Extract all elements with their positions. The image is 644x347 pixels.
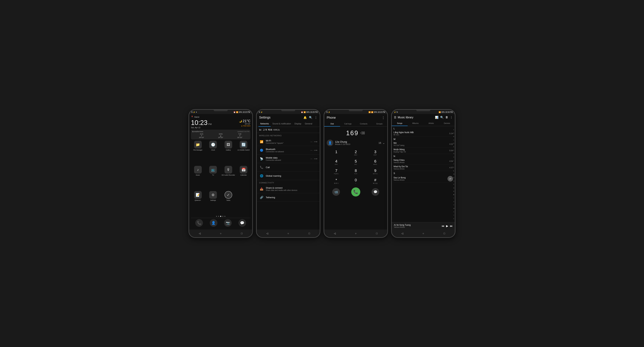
- tab-call-logs[interactable]: Call logs: [340, 121, 356, 126]
- nav-bar-dialer: ◁ ○ □: [324, 230, 387, 237]
- tab-genres[interactable]: Genres: [439, 121, 455, 126]
- backspace-icon[interactable]: ⌫: [360, 131, 366, 135]
- app-music[interactable]: ♪ Music: [191, 166, 205, 190]
- next-button[interactable]: ⏭: [450, 224, 453, 228]
- settings-bluetooth[interactable]: 🔵 Bluetooth Connection not allowed ··· ⟿: [257, 146, 320, 154]
- usb-icon-s: ⚡: [260, 111, 263, 113]
- home-button-home[interactable]: ○: [218, 231, 223, 236]
- signal-icon: 📶: [236, 111, 238, 113]
- key-7[interactable]: 7PQRS: [327, 167, 346, 176]
- battery-music: 33%: [441, 111, 445, 113]
- video-call-button[interactable]: 📹: [332, 188, 340, 196]
- more-icon-phone[interactable]: ⋮: [382, 116, 385, 120]
- tab-contacts[interactable]: Contacts: [356, 121, 372, 126]
- key-8[interactable]: 8TUV: [346, 167, 365, 176]
- equalizer-icon[interactable]: 📊: [435, 116, 438, 119]
- tab-artists[interactable]: Artists: [423, 121, 439, 126]
- more-icon-music[interactable]: ⋮: [450, 116, 453, 119]
- home-button-dialer[interactable]: ○: [353, 231, 358, 236]
- search-icon-settings[interactable]: 🔍: [309, 116, 312, 119]
- key-9[interactable]: 9WXYZ: [366, 167, 385, 176]
- tab-sound[interactable]: Sound & notification: [271, 121, 293, 127]
- app-file-manager[interactable]: 📁 File Manager: [191, 141, 205, 164]
- dock-phone[interactable]: 📞: [193, 219, 206, 227]
- app-gallery[interactable]: 🖼 Gallery: [222, 141, 235, 164]
- tab-dial[interactable]: Dial: [324, 121, 340, 126]
- settings-tethering[interactable]: 🔗 Tethering: [257, 193, 320, 202]
- key-hash[interactable]: #빠앗음: [366, 176, 385, 186]
- recents-button-music[interactable]: □: [442, 231, 447, 236]
- app-calendar[interactable]: 📅 Calendar: [237, 166, 251, 190]
- settings-share-connect[interactable]: 📤 Share & connect Share data and media w…: [257, 185, 320, 193]
- key-4[interactable]: 4GHI: [327, 158, 346, 167]
- back-button-music[interactable]: ◁: [400, 231, 405, 236]
- call-button[interactable]: 📞: [351, 188, 360, 196]
- music-player: Ai Ve Song Tuong Various Artists ⏮ ▶ ⏭: [392, 222, 455, 230]
- home-button-music[interactable]: ○: [421, 231, 426, 236]
- recents-button-dialer[interactable]: □: [374, 231, 379, 236]
- tab-songs[interactable]: Songs: [392, 121, 408, 126]
- song-lang-nghe[interactable]: Lắng Nghe Nước Mắt Mr Siro 5:24: [394, 130, 453, 137]
- delete-icon-music[interactable]: 🗑: [446, 116, 448, 119]
- dock-contacts[interactable]: 👤: [207, 219, 220, 227]
- dock-camera[interactable]: 📷: [222, 219, 234, 227]
- key-3[interactable]: 3DEF: [366, 148, 385, 157]
- contact-type: Mobile 0: [335, 143, 342, 145]
- expand-icon[interactable]: ⌄: [382, 141, 385, 144]
- app-clock[interactable]: 🕐 Clock: [206, 141, 220, 164]
- nfc-icon-p: N: [326, 111, 328, 113]
- home-button-settings[interactable]: ○: [286, 231, 291, 236]
- key-6[interactable]: 6MNO: [366, 158, 385, 167]
- recents-button-home[interactable]: □: [239, 231, 244, 236]
- key-0[interactable]: 0+: [346, 176, 365, 186]
- tab-general[interactable]: General: [303, 121, 314, 127]
- more-icon-settings[interactable]: ⋮: [314, 116, 317, 119]
- song-nhat-ky[interactable]: Nhat Ky Doi Toi Various Artists 4:37: [394, 164, 453, 171]
- phone-settings: N ⚡ ⏰ 📶 34% 10:29 PM Settings 🔔 🔍 ⋮ Netw…: [256, 109, 320, 238]
- nav-bar-home: ◁ ○ □: [189, 230, 252, 237]
- recents-button-settings[interactable]: □: [307, 231, 312, 236]
- settings-mobile-data[interactable]: 📡 Mobile data Connection allowed ··· ⟿: [257, 154, 320, 163]
- app-lg-mobile-switch[interactable]: 🔄 LG Mobile Switch: [237, 141, 251, 164]
- app-hd-audio[interactable]: 🎙 HD Audio Recorder: [222, 166, 235, 190]
- time-settings: 10:29 PM: [310, 111, 318, 113]
- message-button[interactable]: 💬: [372, 188, 379, 196]
- settings-global-roaming[interactable]: 🌐 Global roaming: [257, 172, 320, 180]
- key-2[interactable]: 2ABC: [346, 148, 365, 157]
- settings-call[interactable]: 📞 Call: [257, 163, 320, 172]
- app-settings[interactable]: ⚙ Settings: [206, 191, 220, 215]
- prev-button[interactable]: ⏮: [442, 224, 444, 228]
- dock-messages[interactable]: 💬: [236, 219, 249, 227]
- tab-groups[interactable]: Groups: [372, 121, 388, 126]
- tab-display[interactable]: Display: [293, 121, 303, 127]
- search-icon-music[interactable]: 🔍: [440, 116, 444, 119]
- app-tasks[interactable]: ✓ Tasks: [222, 191, 235, 215]
- back-button-dialer[interactable]: ◁: [332, 231, 337, 236]
- key-1[interactable]: 1: [327, 148, 346, 157]
- contact-row: 👤 12a Chung Mobile 0 3978910 16 ⌄: [324, 138, 387, 148]
- more-icon-bt: ···: [310, 149, 312, 152]
- back-button-home[interactable]: ◁: [197, 231, 202, 236]
- tab-networks[interactable]: Networks: [258, 121, 271, 127]
- hamburger-icon[interactable]: ☰: [394, 116, 396, 119]
- settings-wifi[interactable]: 📶 Wi-Fi Connected to "nguyen" ··· ⟿: [257, 138, 320, 146]
- play-button[interactable]: ▶: [446, 224, 448, 228]
- key-star[interactable]: *회추가: [327, 176, 346, 186]
- toggle-icon-data: ⟿: [314, 157, 317, 160]
- battery-dialer: 34%: [374, 111, 377, 113]
- app-qmemo[interactable]: 📝 QMemo+: [191, 191, 205, 215]
- phone-app-title: Phone: [327, 116, 336, 120]
- app-tv[interactable]: 📺 TV: [206, 166, 220, 190]
- tab-albums[interactable]: Albums: [408, 121, 424, 126]
- weather-sun: SUN ☀ 29°/18°: [199, 133, 204, 138]
- dial-actions: 📹 📞 💬: [324, 186, 387, 197]
- back-button-settings[interactable]: ◁: [265, 231, 270, 236]
- song-muon-mang[interactable]: Muộn Màng Dương Triệu Vũ 5:54: [394, 148, 453, 154]
- music-library-title: Music library: [398, 116, 434, 119]
- key-5[interactable]: 5JKL: [346, 158, 365, 167]
- song-sau-le-bong[interactable]: Sau Le Bong Various Artists ⇄: [394, 175, 453, 182]
- notification-icon[interactable]: 🔔: [304, 116, 307, 119]
- song-nang-chieu[interactable]: Nang Chieu Various Artists 4:54: [394, 158, 453, 164]
- song-mo[interactable]: Mơ Vũ Cát Tường 4:22: [394, 141, 453, 148]
- contact-avatar: 👤: [327, 140, 333, 146]
